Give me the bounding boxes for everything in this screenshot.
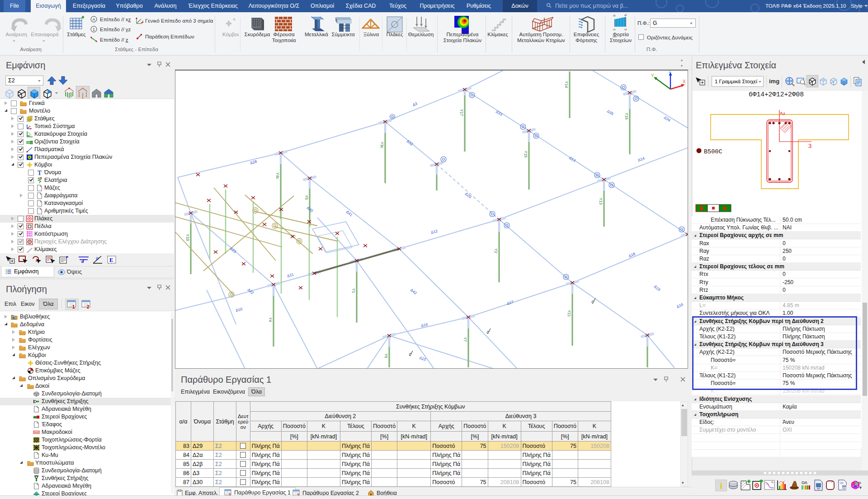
svg-text:2: 2: [87, 304, 90, 309]
svg-text:N: N: [771, 481, 773, 484]
svg-text:3: 3: [808, 143, 811, 149]
svg-text:x2: x2: [624, 29, 627, 31]
svg-text:Y13: Y13: [599, 198, 603, 204]
svg-text:Δ20: Δ20: [464, 191, 472, 200]
svg-text:q2: q2: [624, 14, 627, 16]
svg-text:Y21: Y21: [567, 310, 571, 317]
svg-text:Y: Y: [651, 73, 654, 78]
svg-text:B500C: B500C: [704, 148, 722, 155]
svg-text:E: E: [109, 257, 113, 263]
svg-text:q1: q1: [613, 14, 616, 17]
svg-text:Y1: Y1: [351, 288, 356, 293]
svg-text:ψ: ψ: [96, 256, 99, 261]
svg-text:Δ22: Δ22: [247, 287, 255, 295]
svg-text:x1: x1: [613, 29, 615, 31]
svg-text:T: T: [38, 170, 42, 176]
svg-text:Δ12: Δ12: [430, 228, 439, 235]
svg-text:Y4: Y4: [268, 317, 273, 322]
svg-text:Y5: Y5: [304, 195, 309, 200]
svg-text:Y17: Y17: [459, 109, 464, 116]
svg-text:Y2: Y2: [494, 248, 498, 253]
svg-text:1: 1: [72, 304, 75, 309]
svg-text:i: i: [720, 481, 722, 490]
svg-text:B: B: [13, 316, 15, 320]
svg-text:Δ11: Δ11: [287, 272, 294, 278]
svg-text:Δ16: Δ16: [676, 302, 684, 309]
svg-text:Δ10: Δ10: [235, 307, 243, 313]
svg-text:Y10: Y10: [185, 234, 190, 241]
svg-text:2: 2: [779, 112, 786, 116]
svg-text:Δ41: Δ41: [345, 209, 354, 218]
svg-text:Δ18: Δ18: [628, 252, 636, 258]
svg-text:Δ34: Δ34: [663, 115, 671, 123]
svg-text:Y15: Y15: [524, 151, 528, 157]
svg-text:Δ19: Δ19: [653, 284, 661, 292]
svg-text:Δ17: Δ17: [506, 299, 514, 306]
svg-text:Δ13: Δ13: [568, 155, 576, 163]
svg-text:Δ35: Δ35: [606, 109, 614, 116]
svg-text:Y16: Y16: [624, 113, 629, 119]
svg-text:1: 1: [93, 27, 95, 32]
svg-text:6Φ14+2Φ12+2Φ08: 6Φ14+2Φ12+2Φ08: [749, 91, 804, 98]
svg-text:Δ42: Δ42: [410, 288, 418, 295]
svg-text:X: X: [683, 79, 686, 84]
svg-text:ΟΛ: ΟΛ: [802, 480, 807, 485]
svg-text:Y4c: Y4c: [275, 172, 280, 179]
svg-text:Y6: Y6: [384, 353, 388, 358]
svg-text:Y7: Y7: [463, 337, 467, 342]
svg-text:Z: Z: [669, 71, 671, 74]
svg-text:Δ14: Δ14: [637, 156, 646, 162]
svg-text:A: A: [92, 17, 95, 22]
svg-text:Y3c: Y3c: [380, 142, 384, 148]
svg-text:d: d: [81, 258, 84, 264]
svg-text:Δ3: Δ3: [412, 101, 418, 107]
svg-text:Δ45: Δ45: [306, 205, 314, 214]
svg-text:Y14: Y14: [564, 81, 569, 88]
svg-text:Δ33: Δ33: [495, 109, 503, 117]
